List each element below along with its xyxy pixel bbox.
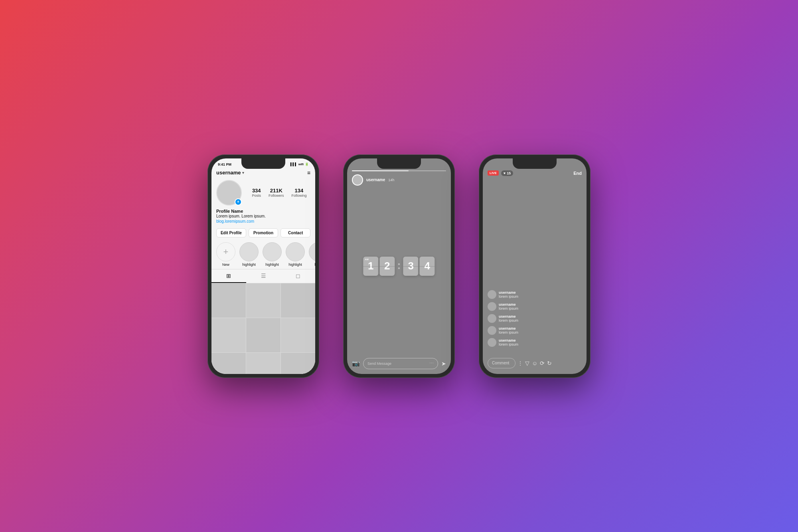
new-highlight-button[interactable]: + (216, 242, 235, 261)
contact-button[interactable]: Contact (280, 228, 310, 237)
phone-story: username 14h AM 1 2 : 3 4 📷 Send Me (343, 154, 455, 378)
comment-msg-2: lorem ipsum (499, 318, 518, 322)
posts-grid (211, 283, 315, 374)
comment-avatar-3 (488, 326, 496, 335)
send-icon[interactable]: ➤ (441, 360, 446, 367)
comment-4: username lorem ipsum (488, 338, 582, 347)
live-comments: username lorem ipsum username lorem ipsu… (488, 290, 582, 350)
clock-separator: : (397, 259, 401, 272)
comment-avatar-0 (488, 290, 496, 299)
live-end-button[interactable]: End (573, 171, 582, 176)
following-label: Following (291, 194, 306, 198)
live-filter-icon[interactable]: ▽ (525, 360, 529, 366)
live-footer: Comment ⋮ ▽ ☺ ⟳ ↻ (488, 358, 582, 368)
comment-text-4: username lorem ipsum (499, 338, 518, 346)
grid-item-9[interactable] (281, 353, 315, 374)
tab-grid[interactable]: ⊞ (211, 269, 246, 283)
comment-text-0: username lorem ipsum (499, 291, 518, 299)
story-clock-widget: AM 1 2 : 3 4 (363, 257, 435, 276)
live-badge: LIVE (488, 170, 499, 176)
highlight-label-4: highl (314, 263, 315, 267)
followers-count: 211K (270, 188, 282, 194)
highlight-circle-1 (239, 242, 259, 261)
grid-item-4[interactable] (211, 318, 246, 352)
comment-msg-4: lorem ipsum (499, 342, 518, 346)
comment-msg-3: lorem ipsum (499, 330, 518, 334)
viewer-count-badge: ♥ 15 (501, 170, 513, 176)
grid-item-5[interactable] (246, 318, 280, 352)
comment-0: username lorem ipsum (488, 290, 582, 299)
comment-user-0: username (499, 291, 518, 295)
profile-action-buttons: Edit Profile Promotion Contact (211, 226, 315, 240)
comment-user-2: username (499, 314, 518, 318)
grid-item-3[interactable] (281, 283, 315, 318)
comment-msg-0: lorem ipsum (499, 295, 518, 299)
highlight-1[interactable]: highlight (239, 242, 259, 267)
promotion-button[interactable]: Promotion (249, 228, 279, 237)
comment-user-3: username (499, 326, 518, 330)
stat-posts: 334 Posts (252, 188, 261, 198)
followers-label: Followers (269, 194, 284, 198)
grid-item-1[interactable] (211, 283, 246, 318)
chevron-down-icon: ▾ (242, 171, 244, 175)
comment-placeholder: Comment (492, 361, 509, 365)
comment-2: username lorem ipsum (488, 314, 582, 323)
stat-followers: 211K Followers (269, 188, 284, 198)
comment-msg-1: lorem ipsum (499, 307, 518, 310)
grid-item-6[interactable] (281, 318, 315, 352)
highlight-circle-4 (309, 242, 315, 261)
avatar-wrap: + (216, 180, 242, 206)
highlight-new[interactable]: + New (216, 242, 235, 267)
live-heart-icon: ♥ (504, 171, 506, 175)
tab-list[interactable]: ☰ (246, 269, 281, 283)
comment-text-1: username lorem ipsum (499, 303, 518, 310)
live-comment-input[interactable]: Comment (488, 358, 516, 368)
live-more-options-icon[interactable]: ⋮ (518, 360, 523, 366)
profile-header: username ▾ ≡ (211, 168, 315, 178)
send-message-input[interactable]: Send Message ⋯ (363, 358, 438, 369)
highlight-label-3: highlight (288, 263, 302, 267)
clock-h1: AM 1 (363, 257, 378, 276)
camera-icon[interactable]: 📷 (352, 360, 360, 367)
edit-profile-button[interactable]: Edit Profile (216, 228, 246, 237)
live-share-icon[interactable]: ↻ (547, 360, 552, 366)
more-options-icon[interactable]: ⋯ (429, 361, 434, 366)
comment-avatar-1 (488, 302, 496, 311)
comment-3: username lorem ipsum (488, 326, 582, 335)
highlight-3[interactable]: highlight (286, 242, 305, 267)
grid-item-8[interactable] (246, 353, 280, 374)
story-header: username 14h (347, 170, 451, 186)
signal-icon: ▌▌▌ (290, 162, 297, 166)
story-username: username (366, 178, 385, 182)
bio-text: Lorem ipsum. Lorem ipsum. (216, 214, 310, 219)
highlight-4[interactable]: highl (309, 242, 315, 267)
comment-text-3: username lorem ipsum (499, 326, 518, 334)
grid-item-2[interactable] (246, 283, 280, 318)
bio-section: Profile Name Lorem ipsum. Lorem ipsum. b… (211, 208, 315, 226)
notch-1 (241, 158, 285, 169)
highlight-label-2: highlight (265, 263, 279, 267)
highlight-label-1: highlight (242, 263, 256, 267)
clock-m2: 4 (420, 257, 435, 276)
profile-stats: 334 Posts 211K Followers 134 Following (248, 188, 310, 198)
grid-item-7[interactable] (211, 353, 246, 374)
profile-section: + 334 Posts 211K Followers 134 Following (211, 178, 315, 208)
status-icons: ▌▌▌ wifi 🔋 (290, 162, 309, 166)
stat-following: 134 Following (291, 188, 306, 198)
username-row[interactable]: username ▾ (216, 170, 244, 176)
highlight-new-label: New (222, 263, 229, 267)
live-emoji-icon[interactable]: ☺ (532, 360, 537, 366)
profile-username: username (216, 170, 241, 176)
bio-link[interactable]: blog.loremipsum.com (216, 219, 310, 223)
live-camera-switch-icon[interactable]: ⟳ (540, 360, 545, 366)
status-time: 9:41 PM (218, 162, 231, 166)
story-progress-fill (352, 170, 409, 171)
posts-label: Posts (252, 194, 261, 198)
notch-2 (377, 158, 421, 169)
hamburger-icon[interactable]: ≡ (307, 170, 310, 176)
tab-tagged[interactable]: ◻ (280, 269, 315, 283)
highlight-2[interactable]: highlight (263, 242, 282, 267)
add-avatar-button[interactable]: + (235, 198, 242, 206)
comment-1: username lorem ipsum (488, 302, 582, 311)
wifi-icon: wifi (298, 162, 304, 166)
